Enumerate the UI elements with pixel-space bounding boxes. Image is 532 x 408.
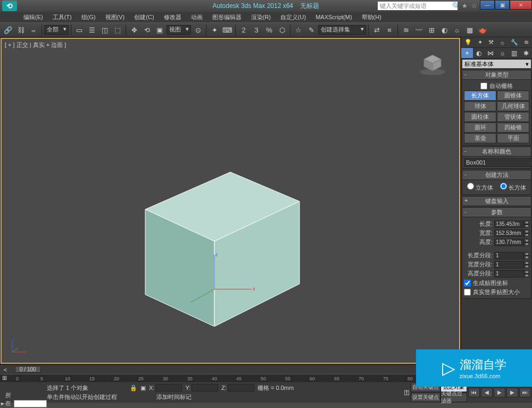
spinner-down-icon[interactable]: ▾ [524, 224, 529, 228]
object-name-input[interactable] [464, 158, 532, 167]
keyfilter-button[interactable]: 关键点过滤器 [440, 393, 467, 402]
selection-filter[interactable]: 全部 [44, 25, 69, 35]
compass-icon[interactable]: ✦ [478, 39, 483, 46]
lightbulb-icon[interactable]: 💡 [464, 39, 472, 46]
rollout-parameters[interactable]: -参数 [462, 207, 531, 217]
named-selection-dropdown[interactable]: 创建选择集 [318, 25, 366, 35]
menu-modifiers[interactable]: 修改器 [160, 12, 186, 22]
select-name-icon[interactable]: ☰ [86, 24, 98, 36]
display-icon[interactable]: ☼ [500, 39, 505, 46]
script-go-icon[interactable]: ▸ [1, 400, 4, 407]
box-radio[interactable]: 长方体 [500, 183, 526, 192]
prev-frame-icon[interactable]: ◀ [481, 388, 493, 397]
minimize-button[interactable]: — [480, 0, 495, 10]
trackbar-toggle-icon[interactable]: ⊞ [2, 374, 7, 381]
menu-customize[interactable]: 自定义(U) [276, 12, 310, 22]
rollout-creation-method[interactable]: -创建方法 [462, 170, 531, 180]
autogrid-checkbox[interactable] [480, 83, 487, 89]
goto-end-icon[interactable]: ⏭ [519, 388, 531, 397]
spinner-snap-icon[interactable]: ⬡ [276, 24, 288, 36]
render-icon[interactable]: 🫖 [477, 24, 488, 36]
pivot-icon[interactable]: ⊙ [192, 24, 204, 36]
cylinder-button[interactable]: 圆柱体 [464, 112, 496, 122]
percent-snap-icon[interactable]: % [263, 24, 275, 36]
utilities-icon[interactable]: 🔧 [511, 39, 518, 46]
menu-help[interactable]: 帮助(H) [358, 12, 386, 22]
move-icon[interactable]: ✥ [128, 24, 140, 36]
wseg-input[interactable] [494, 261, 524, 268]
unlink-icon[interactable]: ⛓ [15, 24, 27, 36]
teapot-button[interactable]: 茶壶 [464, 133, 496, 143]
ref-coord-dropdown[interactable]: 视图 [167, 25, 191, 35]
select-icon[interactable]: ▭ [73, 24, 85, 36]
pyramid-button[interactable]: 四棱锥 [497, 123, 529, 133]
key-icon[interactable]: ⚿ [404, 389, 410, 396]
goto-start-icon[interactable]: ⏮ [468, 388, 480, 397]
box-button[interactable]: 长方体 [464, 91, 496, 101]
width-input[interactable] [494, 230, 524, 237]
link-icon[interactable]: 🔗 [2, 24, 14, 36]
curve-editor-icon[interactable]: 〰 [413, 24, 425, 36]
angle-snap-icon[interactable]: 3 [251, 24, 262, 36]
menu-tools[interactable]: 工具(T) [48, 12, 76, 22]
geosphere-button[interactable]: 几何球体 [497, 101, 529, 111]
menu-maxscript[interactable]: MAXScript(M) [311, 13, 356, 21]
plane-button[interactable]: 平面 [497, 133, 529, 143]
z-coord-input[interactable] [228, 384, 254, 391]
script-line-input[interactable] [14, 400, 47, 407]
rollout-keyboard-entry[interactable]: +键盘输入 [462, 196, 531, 206]
close-button[interactable]: ✕ [510, 0, 532, 10]
rotate-icon[interactable]: ⟲ [141, 24, 153, 36]
height-input[interactable] [494, 239, 524, 246]
play-icon[interactable]: ▶ [494, 388, 505, 397]
viewport[interactable]: [ + ] 正交 | 真实 + 边面 ] x z [0, 37, 461, 364]
menu-animation[interactable]: 动画 [187, 12, 207, 22]
render-frame-icon[interactable]: ▦ [464, 24, 476, 36]
menu-rendering[interactable]: 渲染(R) [247, 12, 275, 22]
favorite-icon[interactable]: ☆ [471, 2, 479, 10]
render-setup-icon[interactable]: ☼ [451, 24, 463, 36]
menu-create[interactable]: 创建(C) [130, 12, 158, 22]
primitive-category-dropdown[interactable]: 标准基本体▾ [462, 60, 531, 68]
create-tab[interactable]: ✦ [461, 48, 473, 58]
app-icon[interactable]: ⟲ [2, 1, 17, 11]
maximize-button[interactable]: ▣ [495, 0, 510, 10]
rollout-object-type[interactable]: -对象类型 [462, 70, 531, 80]
search-icon[interactable]: 🔍 [452, 2, 460, 10]
rollout-name-color[interactable]: -名称和颜色 [462, 146, 531, 157]
isolate-icon[interactable]: ▣ [140, 385, 146, 391]
help-icon[interactable]: ★ [462, 2, 469, 10]
hammer-icon[interactable]: ⚒ [488, 39, 494, 46]
menu-views[interactable]: 视图(V) [101, 12, 129, 22]
material-editor-icon[interactable]: ◐ [438, 24, 450, 36]
menu-edit[interactable]: 编辑(E) [19, 12, 47, 22]
motion-tab[interactable]: ☼ [497, 48, 509, 58]
menu-grapheditor[interactable]: 图形编辑器 [208, 12, 246, 22]
cone-button[interactable]: 圆锥体 [497, 91, 529, 101]
viewcube[interactable] [417, 50, 448, 76]
hierarchy-tab[interactable]: ⋈ [485, 48, 496, 58]
y-coord-input[interactable] [192, 384, 218, 391]
bind-icon[interactable]: ⨝ [28, 24, 39, 36]
modify-tab[interactable]: ◐ [473, 48, 485, 58]
display-tab[interactable]: ▥ [509, 48, 520, 58]
sphere-button[interactable]: 球体 [464, 101, 496, 111]
x-coord-input[interactable] [155, 384, 182, 391]
torus-button[interactable]: 圆环 [464, 123, 496, 133]
align-icon[interactable]: ≡ [384, 24, 395, 36]
more-icon[interactable]: ≋ [524, 39, 529, 46]
scene-box-object[interactable]: x z [129, 145, 310, 327]
edit-sel-icon[interactable]: ✎ [305, 24, 317, 36]
length-input[interactable] [494, 221, 524, 228]
next-frame-icon[interactable]: ▶ [506, 388, 518, 397]
scrub-left-icon[interactable]: < [0, 366, 11, 373]
add-time-tag[interactable]: 添加时间标记 [156, 393, 192, 401]
named-sel-icon[interactable]: ☆ [293, 24, 304, 36]
setkey-button[interactable]: 设置关键点 [411, 393, 440, 402]
menu-group[interactable]: 组(G) [77, 12, 100, 22]
help-search-input[interactable]: 键入关键字或短语 [378, 2, 458, 10]
manip-icon[interactable]: ✦ [209, 24, 220, 36]
snap-toggle-icon[interactable]: 2 [238, 24, 250, 36]
layers-icon[interactable]: ≋ [400, 24, 412, 36]
genmap-checkbox[interactable] [464, 280, 471, 287]
